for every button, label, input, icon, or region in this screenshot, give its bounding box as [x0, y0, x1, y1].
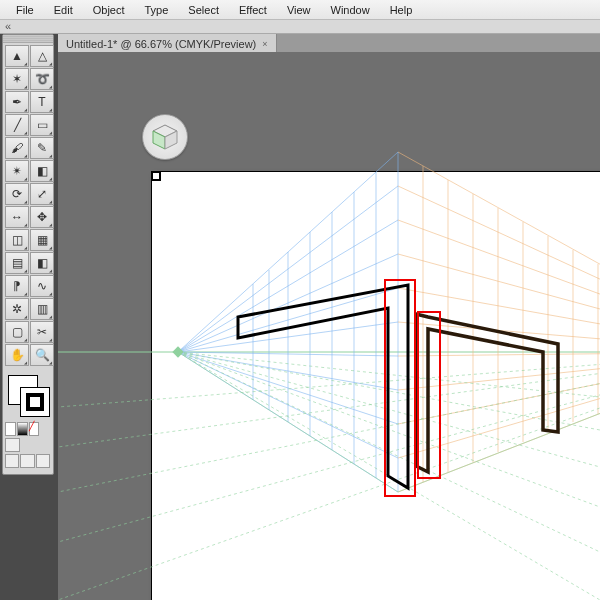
tool-perspective-grid[interactable]: ▦◢ [30, 229, 54, 251]
document-tab-bar: Untitled-1* @ 66.67% (CMYK/Preview) × [58, 34, 600, 52]
menu-file[interactable]: File [6, 2, 44, 18]
artboard-icon: ▢ [12, 326, 23, 338]
palette-grip[interactable] [3, 35, 53, 43]
tool-slice[interactable]: ✂◢ [30, 321, 54, 343]
draw-inside[interactable] [36, 454, 50, 468]
pen-icon: ✒ [12, 96, 22, 108]
mesh-icon: ▤ [12, 257, 23, 269]
tool-symbol-sprayer[interactable]: ✲◢ [5, 298, 29, 320]
magic-wand-icon: ✶ [12, 73, 22, 85]
blob-brush-icon: ✴ [12, 165, 22, 177]
blend-icon: ∿ [37, 280, 47, 292]
document-tab[interactable]: Untitled-1* @ 66.67% (CMYK/Preview) × [58, 34, 277, 52]
screen-mode-normal[interactable] [5, 438, 20, 452]
tool-pencil[interactable]: ✎◢ [30, 137, 54, 159]
tool-rectangle[interactable]: ▭◢ [30, 114, 54, 136]
tool-eraser[interactable]: ◧◢ [30, 160, 54, 182]
perspective-grid-overlay [58, 52, 600, 600]
svg-line-48 [58, 352, 600, 447]
menu-bar: FileEditObjectTypeSelectEffectViewWindow… [0, 0, 600, 20]
scale-icon: ⤢ [37, 188, 47, 200]
draw-behind[interactable] [20, 454, 34, 468]
color-gradient[interactable] [17, 422, 28, 436]
menu-window[interactable]: Window [321, 2, 380, 18]
svg-line-49 [58, 352, 600, 407]
eyedropper-icon: ⁋ [13, 280, 21, 292]
direct-selection-icon: △ [38, 50, 47, 62]
eraser-icon: ◧ [37, 165, 48, 177]
control-bar: « [0, 20, 600, 34]
left-plane-grid [178, 152, 398, 492]
tool-hand[interactable]: ✋◢ [5, 344, 29, 366]
tool-scale[interactable]: ⤢◢ [30, 183, 54, 205]
perspective-grid-icon: ▦ [37, 234, 48, 246]
color-spacer [40, 422, 51, 436]
color-swatches[interactable] [5, 372, 53, 420]
shape-builder-icon: ◫ [12, 234, 23, 246]
tool-palette: ▲◢△◢✶◢➰◢✒◢T◢╱◢▭◢🖌◢✎◢✴◢◧◢⟳◢⤢◢↔◢✥◢◫◢▦◢▤◢◧◢… [2, 34, 54, 475]
left-wall-shape [238, 285, 408, 488]
canvas-area [58, 52, 600, 600]
tool-artboard[interactable]: ▢◢ [5, 321, 29, 343]
tool-pen[interactable]: ✒◢ [5, 91, 29, 113]
right-wall-shape [416, 314, 558, 472]
menu-select[interactable]: Select [178, 2, 229, 18]
pencil-icon: ✎ [37, 142, 47, 154]
menu-object[interactable]: Object [83, 2, 135, 18]
draw-mode-row [3, 454, 53, 470]
draw-normal[interactable] [5, 454, 19, 468]
type-icon: T [38, 96, 45, 108]
hand-icon: ✋ [10, 349, 25, 361]
width-icon: ↔ [11, 211, 23, 223]
tool-lasso[interactable]: ➰◢ [30, 68, 54, 90]
svg-line-46 [58, 352, 600, 542]
tool-rotate[interactable]: ⟳◢ [5, 183, 29, 205]
svg-line-47 [58, 352, 600, 492]
stroke-swatch[interactable] [20, 387, 50, 417]
tool-mesh[interactable]: ▤◢ [5, 252, 29, 274]
floor-plane-grid [58, 352, 600, 600]
tool-gradient[interactable]: ◧◢ [30, 252, 54, 274]
lasso-icon: ➰ [35, 73, 50, 85]
close-icon[interactable]: × [260, 39, 269, 49]
tool-width[interactable]: ↔◢ [5, 206, 29, 228]
line-segment-icon: ╱ [14, 119, 21, 131]
zoom-icon: 🔍 [35, 349, 50, 361]
tool-shape-builder[interactable]: ◫◢ [5, 229, 29, 251]
svg-line-21 [398, 186, 600, 352]
menu-view[interactable]: View [277, 2, 321, 18]
tool-type[interactable]: T◢ [30, 91, 54, 113]
tool-zoom[interactable]: 🔍◢ [30, 344, 54, 366]
tool-magic-wand[interactable]: ✶◢ [5, 68, 29, 90]
menu-edit[interactable]: Edit [44, 2, 83, 18]
tool-selection[interactable]: ▲◢ [5, 45, 29, 67]
color-mode-row: ╱ [3, 422, 53, 436]
tool-eyedropper[interactable]: ⁋◢ [5, 275, 29, 297]
rotate-icon: ⟳ [12, 188, 22, 200]
tool-blob-brush[interactable]: ✴◢ [5, 160, 29, 182]
document-tab-label: Untitled-1* @ 66.67% (CMYK/Preview) [66, 38, 256, 50]
tool-free-transform[interactable]: ✥◢ [30, 206, 54, 228]
cube-icon [150, 122, 180, 152]
plane-switch-widget[interactable] [142, 114, 188, 160]
menu-effect[interactable]: Effect [229, 2, 277, 18]
color-none[interactable]: ╱ [29, 422, 40, 436]
tool-line-segment[interactable]: ╱◢ [5, 114, 29, 136]
free-transform-icon: ✥ [37, 211, 47, 223]
rectangle-icon: ▭ [37, 119, 48, 131]
selection-icon: ▲ [11, 50, 23, 62]
tool-paintbrush[interactable]: 🖌◢ [5, 137, 29, 159]
tool-direct-selection[interactable]: △◢ [30, 45, 54, 67]
slice-icon: ✂ [37, 326, 47, 338]
menu-help[interactable]: Help [380, 2, 423, 18]
tool-column-graph[interactable]: ▥◢ [30, 298, 54, 320]
paintbrush-icon: 🖌 [11, 142, 23, 154]
collapse-icon[interactable]: « [2, 20, 14, 32]
menu-type[interactable]: Type [135, 2, 179, 18]
column-graph-icon: ▥ [37, 303, 48, 315]
color-solid[interactable] [5, 422, 16, 436]
svg-line-20 [398, 152, 600, 352]
symbol-sprayer-icon: ✲ [12, 303, 22, 315]
gradient-icon: ◧ [37, 257, 48, 269]
tool-blend[interactable]: ∿◢ [30, 275, 54, 297]
